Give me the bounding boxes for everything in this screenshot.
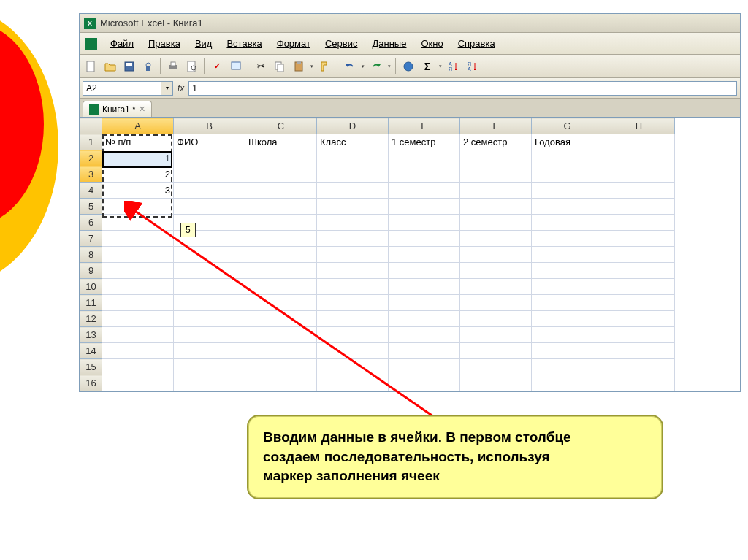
cell-B15[interactable]: [174, 359, 245, 375]
row-header-5[interactable]: 5: [80, 199, 102, 215]
cell-E8[interactable]: [389, 247, 460, 263]
open-folder-icon[interactable]: [102, 58, 119, 75]
save-icon[interactable]: [121, 58, 138, 75]
cell-H8[interactable]: [603, 247, 675, 263]
cell-B1[interactable]: ФИО: [174, 134, 245, 150]
cell-A5[interactable]: [102, 199, 174, 215]
cell-G13[interactable]: [532, 327, 603, 343]
cell-B12[interactable]: [174, 311, 245, 327]
cell-G11[interactable]: [532, 295, 603, 311]
cell-G6[interactable]: [532, 215, 603, 231]
cell-G12[interactable]: [532, 311, 603, 327]
cell-F13[interactable]: [460, 327, 532, 343]
cell-B16[interactable]: [174, 375, 245, 391]
column-header-A[interactable]: A: [102, 118, 174, 134]
cell-G7[interactable]: [532, 231, 603, 247]
menu-file[interactable]: Файл: [103, 35, 141, 52]
format-painter-icon[interactable]: [316, 58, 334, 75]
cell-H7[interactable]: [603, 231, 675, 247]
cell-G9[interactable]: [532, 263, 603, 279]
cell-H5[interactable]: [603, 199, 675, 215]
cell-E13[interactable]: [389, 327, 460, 343]
cell-G8[interactable]: [532, 247, 603, 263]
cell-H10[interactable]: [603, 279, 675, 295]
cell-D3[interactable]: [317, 166, 389, 183]
menu-help[interactable]: Справка: [451, 35, 503, 52]
cell-D16[interactable]: [317, 375, 389, 391]
cell-H1[interactable]: [603, 134, 675, 150]
cell-E15[interactable]: [389, 359, 460, 375]
cell-C7[interactable]: [245, 231, 317, 247]
cell-F15[interactable]: [460, 359, 532, 375]
cell-F3[interactable]: [460, 166, 532, 183]
column-header-D[interactable]: D: [317, 118, 389, 134]
cell-D6[interactable]: [317, 215, 389, 231]
cell-G1[interactable]: Годовая: [532, 134, 603, 150]
cell-B13[interactable]: [174, 327, 245, 343]
row-header-6[interactable]: 6: [80, 215, 102, 231]
cell-H6[interactable]: [603, 215, 675, 231]
cell-E11[interactable]: [389, 295, 460, 311]
redo-icon[interactable]: [367, 58, 385, 75]
row-header-8[interactable]: 8: [80, 247, 102, 263]
fx-label[interactable]: fx: [173, 83, 188, 93]
paste-dropdown-icon[interactable]: ▾: [309, 64, 315, 69]
cell-A8[interactable]: [102, 247, 174, 263]
cell-F7[interactable]: [460, 231, 532, 247]
print-preview-icon[interactable]: [183, 58, 201, 75]
cell-D5[interactable]: [317, 199, 389, 215]
cell-D4[interactable]: [317, 183, 389, 199]
menu-data[interactable]: Данные: [365, 35, 413, 52]
cell-F10[interactable]: [460, 279, 532, 295]
menu-view[interactable]: Вид: [188, 35, 220, 52]
menu-edit[interactable]: Правка: [141, 35, 188, 52]
undo-dropdown-icon[interactable]: ▾: [360, 64, 366, 69]
cell-C8[interactable]: [245, 247, 317, 263]
column-header-H[interactable]: H: [603, 118, 675, 134]
cell-H15[interactable]: [603, 359, 675, 375]
row-header-13[interactable]: 13: [80, 327, 102, 343]
cell-E2[interactable]: [389, 150, 460, 166]
cell-B8[interactable]: [174, 247, 245, 263]
cell-A1[interactable]: № п/п: [102, 134, 174, 150]
cut-icon[interactable]: ✂: [252, 58, 270, 75]
sort-asc-icon[interactable]: AЯ: [445, 58, 462, 75]
row-header-14[interactable]: 14: [80, 343, 102, 359]
column-header-E[interactable]: E: [389, 118, 460, 134]
cell-D9[interactable]: [317, 263, 389, 279]
row-header-12[interactable]: 12: [80, 311, 102, 327]
cell-C4[interactable]: [245, 183, 317, 199]
cell-H13[interactable]: [603, 327, 675, 343]
cell-C1[interactable]: Школа: [245, 134, 317, 150]
cell-C16[interactable]: [245, 375, 317, 391]
cell-D14[interactable]: [317, 343, 389, 359]
cell-D10[interactable]: [317, 279, 389, 295]
cell-F16[interactable]: [460, 375, 532, 391]
copy-icon[interactable]: [271, 58, 289, 75]
cell-C6[interactable]: [245, 215, 317, 231]
cell-H14[interactable]: [603, 343, 675, 359]
cell-B14[interactable]: [174, 343, 245, 359]
cell-B2[interactable]: [174, 150, 245, 166]
cell-B9[interactable]: [174, 263, 245, 279]
cell-F11[interactable]: [460, 295, 532, 311]
cell-A12[interactable]: [102, 311, 174, 327]
cell-C5[interactable]: [245, 199, 317, 215]
cell-H11[interactable]: [603, 295, 675, 311]
cell-F6[interactable]: [460, 215, 532, 231]
document-tab[interactable]: Книга1 * ✕: [83, 101, 152, 117]
name-box-dropdown-icon[interactable]: ▾: [161, 81, 173, 96]
cell-G4[interactable]: [532, 183, 603, 199]
cell-C3[interactable]: [245, 166, 317, 183]
cell-E16[interactable]: [389, 375, 460, 391]
cell-F8[interactable]: [460, 247, 532, 263]
cell-F1[interactable]: 2 семестр: [460, 134, 532, 150]
title-bar[interactable]: X Microsoft Excel - Книга1: [80, 14, 740, 33]
cell-H9[interactable]: [603, 263, 675, 279]
cell-C11[interactable]: [245, 295, 317, 311]
row-header-1[interactable]: 1: [80, 134, 102, 150]
row-header-11[interactable]: 11: [80, 295, 102, 311]
cell-A3[interactable]: 2: [102, 166, 174, 183]
menu-insert[interactable]: Вставка: [219, 35, 269, 52]
cell-D11[interactable]: [317, 295, 389, 311]
